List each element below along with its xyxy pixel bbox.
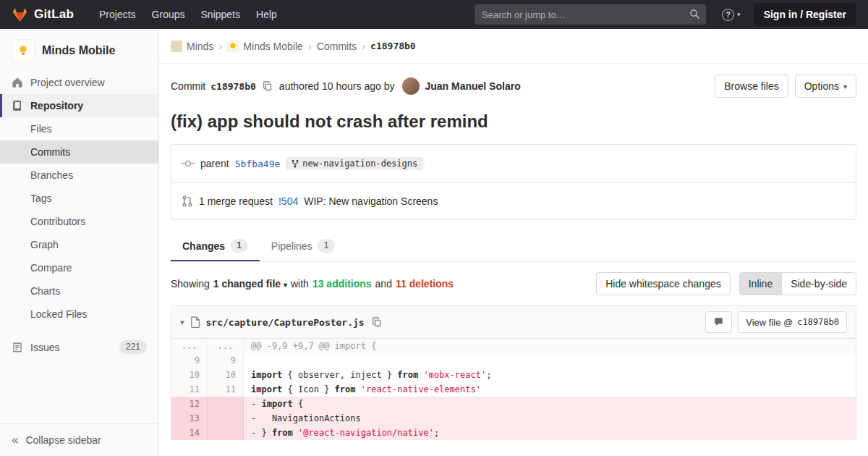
diff-line-content — [244, 353, 856, 368]
new-line-number[interactable]: 11 — [208, 382, 244, 397]
navbar-item-help[interactable]: Help — [248, 4, 285, 25]
sidebar-item-commits[interactable]: Commits — [0, 140, 158, 164]
new-line-number[interactable]: 10 — [208, 368, 244, 382]
new-line-number[interactable] — [208, 426, 244, 440]
breadcrumb-group[interactable]: Minds — [171, 41, 213, 52]
diff-line-content: @@ -9,9 +9,7 @@ import { — [244, 339, 856, 353]
sidebar-item-compare[interactable]: Compare — [0, 256, 158, 279]
diff-line-content: - } from '@react-navigation/native'; — [244, 426, 856, 440]
sidebar-item-locked-files[interactable]: Locked Files — [0, 303, 158, 326]
merge-request-icon — [182, 195, 193, 207]
toggle-comments-button[interactable] — [705, 311, 732, 333]
comment-icon — [713, 317, 724, 327]
main-content: Minds › Minds Mobile › Commits › c18978b… — [159, 29, 868, 456]
breadcrumb-commits[interactable]: Commits — [317, 41, 357, 52]
brand-wordmark: GitLab — [34, 7, 74, 22]
branch-ref-chip[interactable]: new-navigation-designs — [286, 157, 423, 170]
sign-in-button[interactable]: Sign in / Register — [754, 3, 856, 26]
breadcrumb-project[interactable]: Minds Mobile — [227, 41, 302, 52]
sidebar-label: Repository — [30, 100, 83, 111]
new-line-number[interactable] — [208, 397, 244, 411]
old-line-number[interactable]: 14 — [171, 426, 208, 440]
diff-row: 12- import { — [171, 397, 856, 411]
copy-file-path-button[interactable] — [370, 316, 383, 329]
issues-icon — [12, 342, 23, 353]
diff-row: 14- } from '@react-navigation/native'; — [171, 426, 856, 440]
and-label: and — [375, 278, 392, 290]
old-line-number[interactable]: 13 — [171, 411, 208, 426]
navbar-item-groups[interactable]: Groups — [144, 4, 193, 25]
old-line-number[interactable]: 9 — [171, 353, 208, 368]
sidebar-item-issues[interactable]: Issues 221 — [0, 334, 158, 360]
new-line-number[interactable]: 9 — [208, 353, 244, 368]
parent-row: parent 5bfba49e new-navigation-designs — [171, 145, 856, 182]
copy-sha-button[interactable] — [261, 80, 274, 93]
chevron-down-icon: ▾ — [737, 11, 741, 18]
project-avatar[interactable] — [12, 39, 35, 62]
old-line-number[interactable]: 11 — [171, 382, 208, 397]
hide-whitespace-button[interactable]: Hide whitespace changes — [596, 272, 731, 295]
sidebar-item-branches[interactable]: Branches — [0, 164, 158, 187]
tab-changes[interactable]: Changes 1 — [171, 230, 260, 261]
view-file-button[interactable]: View file @ c18978b0 — [738, 311, 847, 333]
navbar-item-projects[interactable]: Projects — [91, 4, 144, 25]
home-icon — [12, 77, 23, 88]
navbar-menu: Projects Groups Snippets Help — [91, 4, 285, 25]
top-navbar: GitLab Projects Groups Snippets Help ? ▾… — [0, 0, 868, 29]
sidebar-nav: Project overview Repository Files Commit… — [0, 71, 158, 423]
commit-info-box: parent 5bfba49e new-navigation-designs — [171, 144, 856, 220]
parent-sha-link[interactable]: 5bfba49e — [235, 159, 281, 169]
breadcrumb: Minds › Minds Mobile › Commits › c18978b… — [159, 29, 868, 64]
tab-pipelines[interactable]: Pipelines 1 — [260, 230, 347, 261]
merge-request-ref-link[interactable]: !504 — [278, 195, 298, 207]
issues-count-badge: 221 — [119, 340, 147, 354]
sidebar-item-files[interactable]: Files — [0, 117, 158, 140]
sidebar-item-graph[interactable]: Graph — [0, 233, 158, 256]
old-line-number[interactable]: 12 — [171, 397, 208, 411]
help-dropdown[interactable]: ? ▾ — [722, 9, 741, 21]
showing-label: Showing — [171, 278, 210, 290]
sidebar-item-project-overview[interactable]: Project overview — [0, 71, 158, 94]
inline-view-button[interactable]: Inline — [739, 272, 782, 295]
merge-request-title: WIP: New navigation Screens — [304, 195, 438, 207]
tanuki-icon — [12, 7, 28, 23]
new-line-number: ... — [208, 339, 244, 353]
diff-summary-row: Showing 1 changed file ▾ with 13 additio… — [171, 272, 856, 295]
project-header: Minds Mobile — [0, 29, 158, 71]
collapse-diff-icon[interactable]: ▾ — [180, 318, 184, 327]
changes-count-badge: 1 — [230, 239, 248, 253]
commit-node-icon — [182, 159, 195, 169]
search-input[interactable] — [475, 4, 706, 25]
old-line-number: ... — [171, 339, 208, 353]
options-dropdown-button[interactable]: Options ▾ — [795, 75, 856, 98]
breadcrumb-separator: › — [218, 40, 222, 52]
commit-label: Commit — [171, 80, 205, 92]
author-name-link[interactable]: Juan Manuel Solaro — [425, 80, 520, 92]
gitlab-home-link[interactable]: GitLab — [12, 7, 74, 23]
diff-line-content: import { Icon } from 'react-native-eleme… — [244, 382, 856, 397]
diff-line-content: - import { — [244, 397, 856, 411]
sidebar-item-contributors[interactable]: Contributors — [0, 210, 158, 233]
sidebar-item-repository[interactable]: Repository — [0, 94, 158, 117]
additions-count: 13 additions — [312, 278, 372, 290]
diff-row: 99 — [171, 353, 856, 368]
navbar-item-snippets[interactable]: Snippets — [193, 4, 248, 25]
sidebar-item-tags[interactable]: Tags — [0, 187, 158, 210]
project-name[interactable]: Minds Mobile — [42, 44, 115, 57]
pipelines-count-badge: 1 — [318, 239, 336, 253]
branch-icon — [292, 159, 299, 168]
sidebar-item-charts[interactable]: Charts — [0, 279, 158, 303]
with-label: with — [291, 278, 309, 290]
old-line-number[interactable]: 10 — [171, 368, 208, 382]
author-avatar[interactable] — [402, 77, 420, 95]
side-by-side-view-button[interactable]: Side-by-side — [781, 272, 856, 295]
breadcrumb-separator: › — [308, 40, 312, 52]
changed-files-dropdown[interactable]: 1 changed file ▾ — [213, 278, 287, 290]
question-icon: ? — [722, 9, 734, 21]
breadcrumb-commit-sha: c18978b0 — [370, 41, 416, 51]
new-line-number[interactable] — [208, 411, 244, 426]
file-icon — [190, 316, 200, 328]
collapse-sidebar-button[interactable]: « Collapse sidebar — [0, 423, 158, 456]
browse-files-button[interactable]: Browse files — [715, 75, 788, 98]
copy-icon — [263, 81, 273, 91]
